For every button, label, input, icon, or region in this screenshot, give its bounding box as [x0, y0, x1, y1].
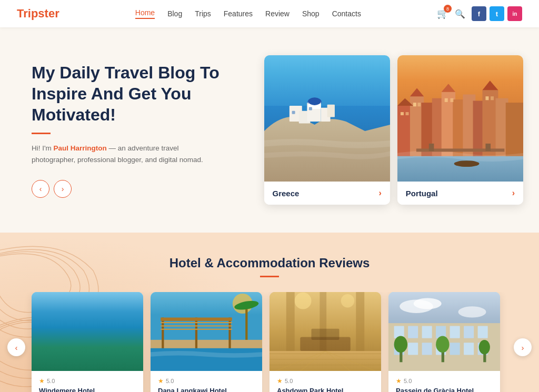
svg-rect-30: [450, 98, 453, 102]
svg-point-50: [103, 312, 130, 326]
star-icon: ★: [396, 377, 402, 385]
svg-rect-27: [413, 103, 416, 106]
svg-rect-62: [161, 325, 232, 326]
svg-rect-25: [401, 112, 404, 115]
svg-rect-52: [32, 343, 143, 347]
hero-section: My Daily Travel Blog To Inspire And Get …: [0, 27, 539, 233]
hotel-name-passeig: Passeig de Gràcia Hotel,: [396, 387, 493, 392]
facebook-button[interactable]: f: [472, 6, 486, 21]
svg-rect-51: [32, 346, 143, 371]
svg-rect-31: [485, 96, 488, 100]
nav-link-trips[interactable]: Trips: [195, 9, 211, 18]
star-icon: ★: [158, 377, 164, 385]
nav-link-shop[interactable]: Shop: [302, 9, 320, 18]
hero-divider: [32, 133, 51, 134]
svg-rect-24: [505, 103, 523, 156]
hotel-image-dana: [151, 292, 262, 371]
hotel-cards: ★ 5.0 Windemere Hotel,: [0, 292, 539, 392]
nav-link-contacts[interactable]: Contacts: [332, 9, 361, 18]
hotel-image-passeig: [388, 292, 500, 371]
svg-rect-94: [464, 326, 474, 338]
cart-badge: 8: [444, 5, 452, 13]
svg-rect-95: [478, 326, 488, 338]
nav-links: HomeBlogTripsFeaturesReviewShopContacts: [135, 8, 361, 19]
svg-rect-90: [408, 326, 418, 338]
hotel-name-windemere: Windemere Hotel,: [39, 387, 136, 392]
hotel-card-passeig[interactable]: ★ 5.0 Passeig de Gràcia Hotel,: [388, 292, 500, 392]
svg-point-48: [63, 307, 92, 325]
rating-value: 5.0: [47, 378, 55, 384]
svg-rect-32: [491, 96, 494, 100]
hotel-card-body-windemere: ★ 5.0 Windemere Hotel,: [32, 371, 143, 392]
nav-link-blog[interactable]: Blog: [167, 9, 182, 18]
svg-rect-41: [32, 292, 143, 371]
hero-prev-button[interactable]: ‹: [32, 180, 49, 198]
hero-author: Paul Harrington: [54, 144, 107, 152]
svg-rect-93: [450, 326, 460, 338]
logo-suffix: ster: [38, 7, 59, 20]
nav-link-features[interactable]: Features: [224, 9, 253, 18]
svg-rect-26: [405, 112, 408, 115]
hero-left: My Daily Travel Blog To Inspire And Get …: [0, 27, 259, 233]
svg-rect-60: [161, 318, 232, 321]
rating-value: 5.0: [166, 378, 174, 384]
svg-rect-97: [408, 343, 418, 355]
hotel-section-title: Hotel & Accommodation Reviews: [0, 256, 539, 270]
svg-point-69: [295, 293, 312, 309]
hotel-prev-button[interactable]: ‹: [7, 338, 25, 356]
svg-rect-9: [308, 107, 312, 110]
svg-point-46: [37, 316, 63, 328]
nav-right: 🛒 8 🔍 f t in: [437, 6, 522, 21]
svg-rect-29: [444, 98, 447, 102]
star-icon: ★: [39, 377, 45, 385]
hotel-name-dana: Dana Langkawi Hotel,: [158, 387, 255, 392]
cart-button[interactable]: 🛒 8: [437, 8, 448, 19]
portugal-image: [397, 55, 523, 182]
svg-rect-98: [422, 343, 432, 355]
svg-rect-38: [429, 144, 434, 151]
svg-rect-11: [327, 105, 334, 117]
svg-rect-66: [245, 306, 247, 340]
social-icons: f t in: [472, 6, 522, 21]
svg-rect-43: [76, 318, 79, 363]
search-icon[interactable]: 🔍: [455, 9, 465, 19]
hotel-next-button[interactable]: ›: [514, 338, 532, 356]
portugal-card-footer: Portugal ›: [397, 182, 523, 205]
twitter-button[interactable]: t: [490, 6, 504, 21]
svg-rect-100: [450, 343, 460, 355]
destination-card-portugal[interactable]: Portugal ›: [397, 55, 523, 205]
svg-rect-8: [292, 111, 295, 114]
hotel-rating-passeig: ★ 5.0: [396, 377, 493, 385]
svg-point-86: [414, 298, 442, 309]
hotel-image-ashdown: [270, 292, 381, 371]
hero-right: Greece ›: [259, 27, 539, 233]
nav-link-home[interactable]: Home: [135, 8, 155, 19]
svg-point-47: [61, 307, 94, 325]
svg-point-7: [308, 98, 321, 105]
svg-point-70: [341, 294, 354, 307]
portugal-label: Portugal: [406, 189, 438, 198]
svg-rect-91: [422, 326, 432, 338]
svg-rect-54: [95, 334, 96, 343]
hotel-card-windemere[interactable]: ★ 5.0 Windemere Hotel,: [32, 292, 143, 392]
svg-rect-39: [485, 144, 491, 151]
hotel-card-body-passeig: ★ 5.0 Passeig de Gràcia Hotel,: [388, 371, 500, 392]
greece-card-footer: Greece ›: [264, 182, 390, 205]
hotel-section-divider: [260, 276, 279, 277]
svg-rect-42: [48, 323, 51, 362]
svg-rect-83: [312, 329, 340, 340]
hero-intro-prefix: Hi! I'm: [32, 144, 54, 152]
star-icon: ★: [277, 377, 283, 385]
svg-rect-61: [161, 322, 232, 323]
rating-value: 5.0: [404, 378, 412, 384]
navbar: Tripster HomeBlogTripsFeaturesReviewShop…: [0, 0, 539, 27]
hotel-card-ashdown[interactable]: ★ 5.0 Ashdown Park Hotel,: [270, 292, 381, 392]
svg-rect-28: [417, 103, 421, 106]
destination-card-greece[interactable]: Greece ›: [264, 55, 390, 205]
svg-point-49: [102, 313, 132, 326]
hotel-card-body-dana: ★ 5.0 Dana Langkawi Hotel,: [151, 371, 262, 392]
hero-next-button[interactable]: ›: [54, 180, 72, 198]
nav-link-review[interactable]: Review: [265, 9, 290, 18]
hotel-card-dana[interactable]: ★ 5.0 Dana Langkawi Hotel,: [151, 292, 262, 392]
instagram-button[interactable]: in: [507, 6, 522, 21]
